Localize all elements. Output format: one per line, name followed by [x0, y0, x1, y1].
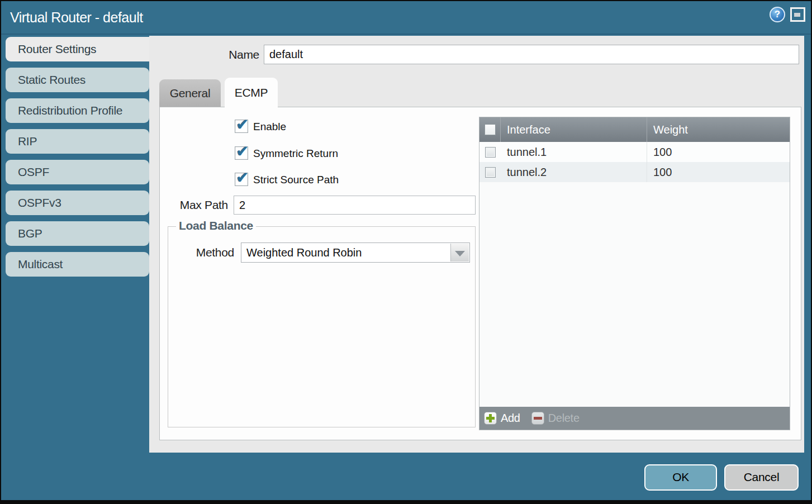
help-icon[interactable] [770, 7, 785, 22]
sidebar-item-rip[interactable]: RIP [6, 129, 149, 154]
cell-interface[interactable]: tunnel.1 [501, 142, 647, 162]
tab-general[interactable]: General [159, 79, 221, 107]
tab-label: ECMP [235, 86, 268, 99]
minus-icon [531, 412, 544, 425]
restore-window-icon[interactable] [790, 7, 805, 22]
cancel-button[interactable]: Cancel [724, 464, 799, 491]
table-row[interactable]: tunnel.1 100 [479, 142, 790, 162]
enable-checkbox[interactable] [235, 120, 248, 133]
method-label: Method [160, 243, 234, 263]
dialog-title: Virtual Router - default [10, 1, 143, 34]
sidebar-item-ospfv3[interactable]: OSPFv3 [6, 191, 149, 215]
name-label: Name [149, 45, 259, 64]
table-empty-area [479, 182, 790, 407]
max-path-label: Max Path [160, 196, 228, 215]
title-bar: Virtual Router - default [1, 1, 811, 35]
sidebar: Router Settings Static Routes Redistribu… [6, 37, 149, 283]
sidebar-item-label: RIP [18, 135, 37, 148]
sidebar-item-label: Redistribution Profile [18, 104, 122, 117]
sidebar-item-label: OSPF [18, 165, 49, 178]
row-checkbox[interactable] [485, 167, 496, 178]
sidebar-item-label: Static Routes [18, 73, 86, 86]
method-dropdown[interactable]: Weighted Round Robin [241, 243, 470, 263]
tab-ecmp[interactable]: ECMP [225, 78, 278, 107]
symmetric-return-label: Symmetric Return [253, 148, 338, 160]
sidebar-item-bgp[interactable]: BGP [6, 221, 149, 246]
strict-source-path-checkbox[interactable] [235, 173, 248, 186]
sidebar-item-label: OSPFv3 [18, 196, 61, 209]
column-header-interface[interactable]: Interface [501, 117, 647, 142]
strict-source-path-label: Strict Source Path [253, 174, 339, 186]
ok-button[interactable]: OK [644, 464, 717, 491]
virtual-router-dialog: Virtual Router - default Router Settings… [0, 0, 812, 504]
ecmp-panel: Enable Symmetric Return Strict Source Pa… [159, 107, 801, 440]
add-button-label: Add [501, 412, 520, 425]
sidebar-item-label: BGP [18, 227, 42, 240]
content-area: Name General ECMP Enable Symmetric Retur… [149, 36, 804, 453]
sidebar-item-redistribution-profile[interactable]: Redistribution Profile [6, 98, 149, 123]
row-checkbox-cell [479, 162, 501, 182]
add-button[interactable]: Add [484, 412, 520, 425]
select-all-checkbox[interactable] [485, 124, 496, 135]
row-checkbox-cell [479, 142, 501, 162]
cell-weight[interactable]: 100 [647, 142, 790, 162]
method-selected-value: Weighted Round Robin [241, 243, 469, 262]
row-checkbox[interactable] [485, 147, 496, 158]
plus-icon [484, 412, 497, 425]
cell-weight[interactable]: 100 [647, 162, 790, 182]
cell-interface[interactable]: tunnel.2 [501, 162, 647, 182]
tab-label: General [170, 87, 211, 99]
table-header-row: Interface Weight [479, 117, 790, 142]
sidebar-item-label: Router Settings [18, 42, 96, 55]
sidebar-item-label: Multicast [18, 258, 63, 270]
interface-table: Interface Weight tunnel.1 100 tunnel.2 1… [479, 117, 790, 430]
sidebar-item-router-settings[interactable]: Router Settings [6, 37, 149, 61]
max-path-input[interactable] [234, 196, 476, 215]
symmetric-return-checkbox[interactable] [235, 146, 248, 160]
sidebar-item-multicast[interactable]: Multicast [6, 252, 149, 277]
column-header-weight[interactable]: Weight [647, 117, 790, 142]
load-balance-legend: Load Balance [176, 219, 256, 232]
table-toolbar: Add Delete [479, 407, 790, 430]
enable-label: Enable [253, 121, 286, 133]
sidebar-item-static-routes[interactable]: Static Routes [6, 68, 149, 92]
table-row[interactable]: tunnel.2 100 [479, 162, 790, 182]
name-input[interactable] [264, 45, 799, 64]
sidebar-item-ospf[interactable]: OSPF [6, 160, 149, 184]
delete-button-disabled[interactable]: Delete [531, 412, 580, 425]
chevron-down-icon[interactable] [450, 244, 469, 261]
delete-button-label: Delete [548, 412, 580, 425]
header-checkbox-cell [479, 117, 501, 142]
